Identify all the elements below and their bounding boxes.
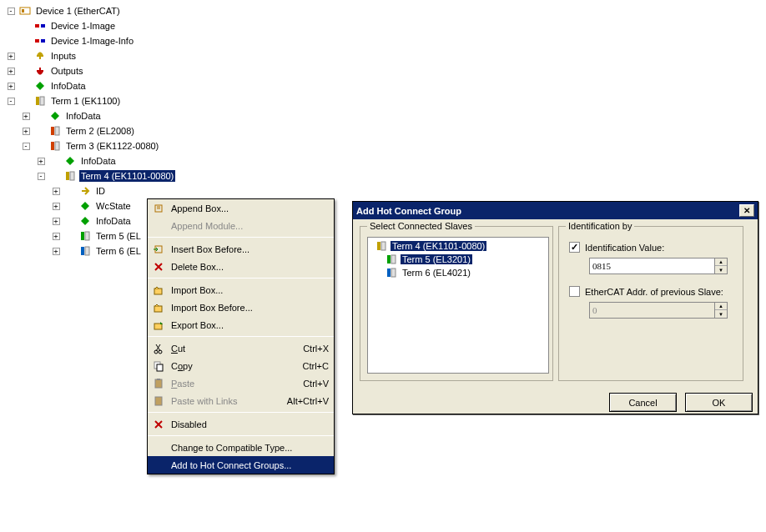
term-icon <box>33 94 47 108</box>
expand-icon[interactable] <box>8 83 15 90</box>
list-item[interactable]: Term 5 (EL3201) <box>370 253 547 266</box>
expand-icon[interactable] <box>38 158 45 165</box>
dialog-title: Add Hot Connect Group <box>356 206 739 216</box>
select-slaves-group: Select Connected Slaves Term 4 (EK1101-0… <box>360 226 553 381</box>
group-title: Select Connected Slaves <box>367 221 475 231</box>
svg-rect-12 <box>66 172 69 180</box>
svg-rect-14 <box>81 232 84 240</box>
menu-import-box[interactable]: Import Box... <box>148 281 334 299</box>
addr-prev-input <box>589 302 714 319</box>
tree-row-term1[interactable]: Term 1 (EK1100) <box>3 93 766 108</box>
menu-insert-box[interactable]: Insert Box Before... <box>148 240 334 258</box>
menu-copy[interactable]: Copy Ctrl+C <box>148 357 334 374</box>
tree-label: ID <box>94 185 107 197</box>
menu-separator <box>148 237 334 238</box>
expand-icon[interactable] <box>53 248 60 255</box>
addr-prev-row[interactable]: EtherCAT Addr. of previous Slave: <box>569 286 736 297</box>
cancel-button[interactable]: Cancel <box>609 393 677 412</box>
menu-change-type[interactable]: Change to Compatible Type... <box>148 439 334 456</box>
expand-icon[interactable] <box>8 8 15 15</box>
svg-rect-15 <box>85 232 89 240</box>
ident-value-row[interactable]: Identification Value: <box>569 242 736 253</box>
checkbox-addr-prev[interactable] <box>569 286 580 297</box>
spin-up-icon: ▲ <box>715 303 727 310</box>
menu-label: Append Box... <box>171 203 329 213</box>
ident-value-input[interactable] <box>589 258 714 274</box>
append-box-icon <box>151 203 166 214</box>
menu-disabled[interactable]: Disabled <box>148 415 334 433</box>
tree-row-device[interactable]: Device 1 (EtherCAT) <box>3 3 766 18</box>
slave-label: Term 5 (EL3201) <box>401 254 472 264</box>
menu-append-module: Append Module... <box>148 217 334 234</box>
menu-delete-box[interactable]: Delete Box... <box>148 258 334 275</box>
menu-shortcut: Ctrl+X <box>303 344 329 354</box>
menu-label: Disabled <box>171 419 329 429</box>
tree-row-image[interactable]: Device 1-Image <box>3 18 766 33</box>
group-title: Identification by <box>566 221 634 231</box>
ok-button[interactable]: OK <box>685 393 753 412</box>
list-item[interactable]: Term 6 (EL4021) <box>370 266 547 279</box>
svg-rect-2 <box>35 24 39 28</box>
spin-down-icon[interactable]: ▼ <box>715 266 727 274</box>
tree-row-term4[interactable]: Term 4 (EK1101-0080) <box>3 168 766 183</box>
diamond-icon <box>63 154 77 168</box>
menu-separator <box>148 278 334 279</box>
identification-group: Identification by Identification Value: … <box>558 226 743 381</box>
svg-rect-9 <box>55 127 59 135</box>
menu-import-before[interactable]: Import Box Before... <box>148 299 334 316</box>
tree-row-image-info[interactable]: Device 1-Image-Info <box>3 33 766 48</box>
dialog-titlebar[interactable]: Add Hot Connect Group ✕ <box>353 202 758 219</box>
export-icon <box>151 319 166 331</box>
tree-row-infodata[interactable]: InfoData <box>3 78 766 93</box>
svg-rect-0 <box>20 8 30 14</box>
tree-row-t1info[interactable]: InfoData <box>3 108 766 123</box>
tree-row-t4id[interactable]: ID <box>3 183 766 198</box>
tree-row-term3[interactable]: Term 3 (EK1122-0080) <box>3 138 766 153</box>
expand-icon[interactable] <box>53 203 60 210</box>
expand-icon[interactable] <box>8 68 15 75</box>
menu-label: Export Box... <box>171 320 329 330</box>
tree-label: Term 1 (EK1100) <box>49 95 122 107</box>
svg-rect-32 <box>387 255 391 263</box>
expand-icon[interactable] <box>38 173 45 180</box>
menu-label: Insert Box Before... <box>171 244 329 254</box>
menu-cut[interactable]: CCutut Ctrl+X <box>148 339 334 357</box>
spin-up-icon[interactable]: ▲ <box>715 258 727 266</box>
svg-rect-11 <box>55 142 59 150</box>
slaves-list[interactable]: Term 4 (EK1101-0080) Term 5 (EL3201) Ter… <box>367 237 549 374</box>
expand-icon[interactable] <box>23 113 30 120</box>
expand-icon[interactable] <box>53 218 60 225</box>
menu-add-hot-connect[interactable]: Add to Hot Connect Groups... <box>148 456 334 474</box>
tree-row-t3info[interactable]: InfoData <box>3 153 766 168</box>
menu-separator <box>148 435 334 436</box>
expand-icon[interactable] <box>8 98 15 105</box>
menu-label: Copy <box>171 361 303 371</box>
svg-rect-13 <box>70 172 74 180</box>
tree-row-outputs[interactable]: Outputs <box>3 63 766 78</box>
list-item[interactable]: Term 4 (EK1101-0080) <box>370 239 547 253</box>
term-blue-icon <box>385 266 398 279</box>
svg-rect-22 <box>154 324 162 329</box>
checkbox-ident-value[interactable] <box>569 242 580 253</box>
image-icon <box>33 19 47 33</box>
expand-icon[interactable] <box>23 143 30 150</box>
expand-icon[interactable] <box>53 188 60 195</box>
spinner-buttons[interactable]: ▲ ▼ <box>714 258 728 274</box>
tree-row-inputs[interactable]: Inputs <box>3 48 766 63</box>
svg-rect-7 <box>40 97 44 105</box>
ident-value-spinner[interactable]: ▲ ▼ <box>589 258 736 274</box>
expand-icon[interactable] <box>8 53 15 60</box>
image-info-icon <box>33 34 47 48</box>
checkbox-label: EtherCAT Addr. of previous Slave: <box>585 287 723 297</box>
expand-icon[interactable] <box>53 233 60 240</box>
tree-row-term2[interactable]: Term 2 (EL2008) <box>3 123 766 138</box>
tree-label: Term 2 (EL2008) <box>64 125 136 137</box>
svg-rect-21 <box>154 306 162 312</box>
menu-append-box[interactable]: Append Box... <box>148 199 334 217</box>
tree-label: Term 5 (EL <box>94 230 143 242</box>
close-button[interactable]: ✕ <box>739 204 754 217</box>
menu-export-box[interactable]: Export Box... <box>148 316 334 334</box>
svg-rect-34 <box>387 269 391 277</box>
spin-down-icon: ▼ <box>715 310 727 318</box>
expand-icon[interactable] <box>23 128 30 135</box>
